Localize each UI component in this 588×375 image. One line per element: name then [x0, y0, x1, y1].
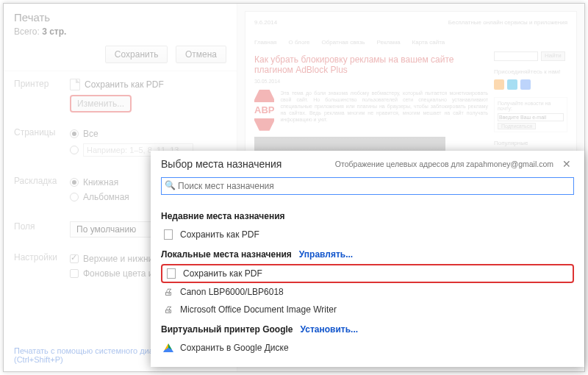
local-save-pdf[interactable]: Сохранить как PDF	[161, 264, 574, 283]
recent-heading: Недавние места назначения	[161, 211, 574, 221]
dialog-subtitle: Отображение целевых адресов для zapahmon…	[282, 160, 553, 168]
destination-dialog: Выбор места назначения Отображение целев…	[151, 151, 584, 367]
search-icon: 🔍	[165, 180, 176, 190]
gdrive-icon	[163, 343, 173, 352]
local-ms-writer[interactable]: Microsoft Office Document Image Writer	[161, 301, 574, 318]
dialog-title: Выбор места назначения	[161, 158, 282, 170]
cloud-heading: Виртуальный принтер GoogleУстановить...	[161, 324, 574, 335]
install-link[interactable]: Установить...	[301, 324, 359, 335]
cloud-gdrive[interactable]: Сохранить в Google Диске	[161, 339, 574, 357]
printer-icon	[162, 286, 174, 298]
close-icon[interactable]: ✕	[559, 158, 574, 170]
recent-save-pdf[interactable]: Сохранить как PDF	[161, 226, 574, 243]
pdf-icon	[164, 229, 173, 240]
local-heading: Локальные места назначенияУправлять...	[161, 249, 574, 260]
local-canon-printer[interactable]: Canon LBP6000/LBP6018	[161, 283, 574, 301]
printer-icon	[162, 304, 174, 315]
pdf-icon	[167, 268, 176, 279]
destination-search-input[interactable]	[161, 177, 574, 195]
manage-link[interactable]: Управлять...	[299, 249, 353, 260]
